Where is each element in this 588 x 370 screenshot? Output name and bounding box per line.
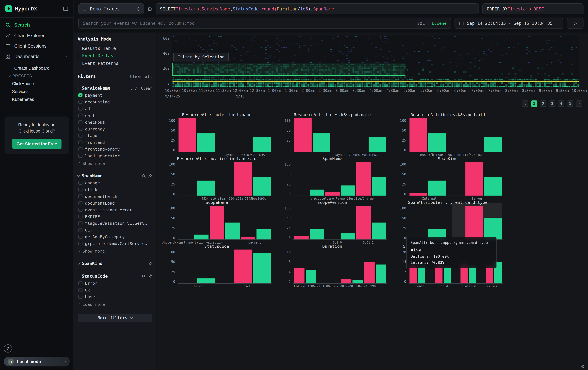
hyperdx-logo-icon[interactable] [5, 5, 12, 12]
checkbox[interactable] [78, 295, 82, 299]
search-icon[interactable] [142, 174, 146, 178]
checkbox[interactable] [78, 107, 82, 110]
sidebar-collapse-icon[interactable] [63, 6, 68, 11]
presets-toggle[interactable]: PRESETS [0, 72, 74, 80]
inlier-bar[interactable] [428, 133, 446, 152]
help-button[interactable]: ? [4, 344, 12, 352]
search-icon[interactable] [142, 274, 146, 278]
inlier-bar[interactable] [484, 218, 502, 239]
pin-icon[interactable] [148, 274, 152, 278]
checkbox[interactable] [78, 140, 82, 144]
checkbox[interactable] [78, 194, 82, 198]
create-dashboard-button[interactable]: + Create Dashboard [0, 64, 74, 72]
filter-option-ad[interactable]: ad [78, 105, 152, 112]
sidebar-preset-services[interactable]: Services [0, 87, 74, 95]
filter-option-unset[interactable]: Unset [78, 293, 152, 300]
filter-group-spankind[interactable]: SpanKind [78, 260, 152, 267]
page-next-button[interactable]: › [576, 100, 582, 107]
outlier-bar[interactable] [294, 268, 305, 283]
checkbox[interactable] [78, 181, 82, 185]
filter-show-more-spanname[interactable]: Show more [78, 248, 152, 254]
inlier-bar[interactable] [197, 278, 215, 283]
checkbox[interactable] [78, 100, 82, 104]
checkbox[interactable] [78, 288, 82, 292]
filter-option-payment[interactable]: ✓payment [78, 92, 152, 99]
filter-option-accounting[interactable]: accounting [78, 99, 152, 105]
inlier-bar[interactable] [341, 185, 355, 196]
timeline-selection-region[interactable] [172, 63, 405, 76]
inlier-bar[interactable] [305, 270, 316, 283]
checkbox[interactable] [78, 228, 82, 232]
outlier-bar[interactable] [465, 206, 483, 240]
inlier-bar[interactable] [253, 177, 271, 195]
inlier-bar[interactable] [194, 234, 209, 239]
pin-icon[interactable] [135, 86, 139, 90]
filter-option-flagd[interactable]: flagd [78, 132, 152, 139]
local-mode-button[interactable]: U Local mode › [4, 357, 70, 366]
settings-gear-icon[interactable]: ⚙ [581, 364, 585, 370]
inlier-bar[interactable] [443, 267, 451, 283]
inlier-bar[interactable] [352, 280, 363, 283]
get-started-button[interactable]: Get Started for Free [12, 139, 62, 149]
checkbox[interactable] [78, 201, 82, 205]
inlier-bar[interactable] [197, 180, 215, 195]
filter-option-grpc-oteldemo-cartservic[interactable]: grpc.oteldemo.CartServic… [78, 240, 152, 247]
outlier-bar[interactable] [178, 118, 196, 152]
filter-option-flagd-evaluation-v1-serv[interactable]: flagd.evaluation.v1.Serv… [78, 220, 152, 227]
inlier-bar[interactable] [341, 233, 355, 240]
run-query-button[interactable] [567, 18, 584, 29]
checkbox[interactable] [78, 134, 82, 138]
outlier-bar[interactable] [410, 118, 427, 152]
filter-option-documentload[interactable]: documentLoad [78, 200, 152, 206]
analysis-mode-event-deltas[interactable]: Event Deltas [78, 52, 152, 60]
outlier-bar[interactable] [294, 118, 312, 152]
inlier-bar[interactable] [418, 266, 425, 283]
checkbox[interactable] [78, 221, 82, 225]
inlier-bar[interactable] [313, 133, 330, 152]
outlier-bar[interactable] [235, 162, 252, 196]
checkbox[interactable] [78, 188, 82, 191]
pin-icon[interactable] [148, 174, 152, 178]
filter-option-change[interactable]: change [78, 180, 152, 186]
filter-option-ok[interactable]: Ok [78, 287, 152, 293]
outlier-bar[interactable] [410, 193, 427, 196]
sidebar-item-chart-explorer[interactable]: Chart Explorer [0, 30, 74, 41]
outlier-bar[interactable] [465, 162, 483, 196]
filter-option-frontend-proxy[interactable]: frontend-proxy [78, 146, 152, 152]
lang-lucene[interactable]: Lucene [432, 21, 447, 26]
sidebar-item-search[interactable]: Search [0, 20, 74, 30]
filter-group-servicename[interactable]: ServiceNameClear [78, 84, 152, 92]
checkbox[interactable] [78, 208, 82, 212]
checkbox[interactable] [78, 235, 82, 239]
checkbox[interactable] [78, 120, 82, 124]
outlier-bar[interactable] [241, 237, 255, 240]
outlier-bar[interactable] [486, 266, 493, 283]
page-button-1[interactable]: 1 [531, 100, 537, 107]
search-input[interactable] [83, 20, 414, 26]
page-button-3[interactable]: 3 [549, 100, 556, 107]
sql-select-input[interactable]: SELECT Timestamp, ServiceName, StatusCod… [156, 3, 479, 14]
inlier-bar[interactable] [253, 253, 271, 283]
filter-option-eventlistener-error[interactable]: eventListener.error [78, 206, 152, 213]
outlier-bar[interactable] [356, 206, 371, 240]
inlier-bar[interactable] [484, 137, 502, 152]
date-range-picker[interactable]: Sep 14 22:04:35 - Sep 15 10:04:35 [454, 18, 563, 29]
filter-option-frontend[interactable]: frontend [78, 139, 152, 146]
inlier-bar[interactable] [310, 229, 324, 239]
inlier-bar[interactable] [484, 177, 502, 195]
checkbox[interactable] [78, 215, 82, 219]
source-settings-gear-icon[interactable]: ⚙ [147, 6, 152, 12]
filter-group-clear[interactable]: Clear [141, 86, 152, 90]
checkbox[interactable] [78, 113, 82, 117]
inlier-bar[interactable] [469, 266, 476, 283]
timeline-plot[interactable]: Filter by Selection [172, 36, 579, 87]
outlier-bar[interactable] [235, 250, 252, 283]
filter-option-checkout[interactable]: checkout [78, 119, 152, 125]
filter-group-statuscode[interactable]: StatusCode [78, 272, 152, 280]
search-icon[interactable] [128, 86, 132, 90]
filter-option-expire[interactable]: EXPIRE [78, 213, 152, 220]
sidebar-item-dashboards[interactable]: Dashboards [0, 51, 74, 62]
outlier-bar[interactable] [364, 262, 375, 283]
outlier-bar[interactable] [294, 236, 308, 239]
outlier-bar[interactable] [356, 162, 371, 196]
